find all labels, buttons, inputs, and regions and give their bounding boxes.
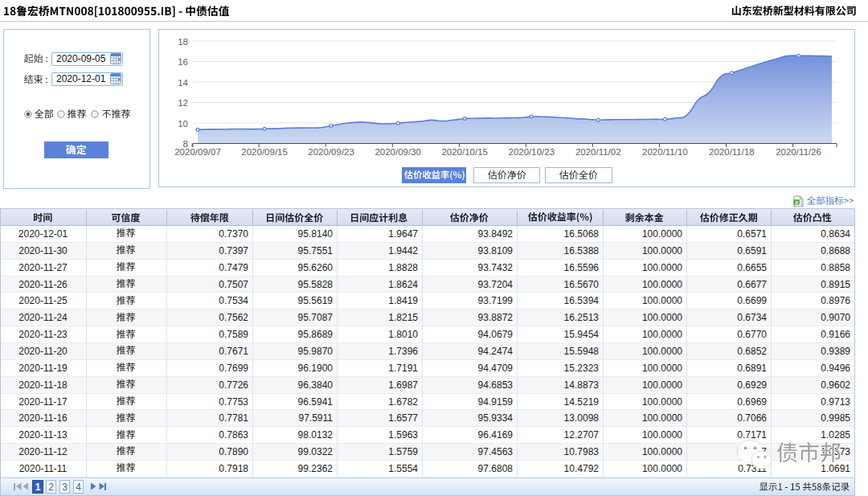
svg-text:2020/11/02: 2020/11/02 [575, 147, 621, 157]
svg-text:2020/09/07: 2020/09/07 [174, 147, 221, 157]
svg-text:2020/09/15: 2020/09/15 [241, 147, 288, 157]
svg-text:2020/11/26: 2020/11/26 [776, 147, 821, 157]
svg-text:2020/09/23: 2020/09/23 [308, 147, 354, 157]
svg-text:14: 14 [178, 78, 188, 88]
svg-text:2020/10/15: 2020/10/15 [441, 147, 488, 157]
svg-text:2020/10/23: 2020/10/23 [509, 147, 555, 157]
svg-text:2020/11/18: 2020/11/18 [709, 147, 755, 157]
svg-text:2020/11/10: 2020/11/10 [642, 147, 688, 157]
svg-text:X: X [795, 200, 798, 205]
svg-text:10: 10 [178, 119, 188, 129]
svg-text:12: 12 [178, 98, 188, 108]
svg-text:16: 16 [178, 57, 188, 67]
svg-text:2020/09/30: 2020/09/30 [375, 147, 421, 157]
svg-text:18: 18 [178, 37, 188, 47]
